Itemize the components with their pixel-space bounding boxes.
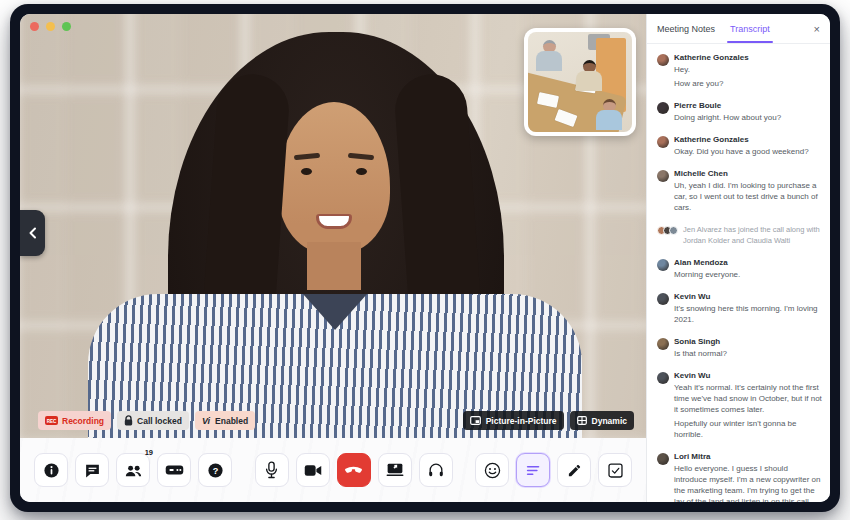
avatar (657, 453, 669, 465)
close-icon: × (814, 23, 820, 35)
transcript-button[interactable] (516, 453, 550, 487)
grid-icon (577, 416, 587, 425)
message-body: Kevin WuIt's snowing here this morning. … (674, 292, 822, 328)
edit-button[interactable] (557, 453, 591, 487)
camera-icon (304, 464, 322, 477)
speaker-name: Pierre Boule (674, 101, 822, 110)
message-text: Okay. Did you have a good weekend? (674, 146, 822, 157)
pip-thumbnail[interactable] (524, 28, 636, 136)
picture-in-picture-button[interactable]: Picture-in-Picture (463, 411, 564, 430)
minimize-window-button[interactable] (46, 22, 55, 31)
avatar (657, 54, 669, 66)
message-body: Alan MendozaMorning everyone. (674, 258, 822, 283)
collapse-panel-tab[interactable] (20, 210, 45, 256)
screen-share-button[interactable] (378, 453, 412, 487)
avatar (657, 338, 669, 350)
svg-text:?: ? (212, 465, 218, 475)
message-text: Jen Alvarez has joined the call along wi… (683, 225, 822, 246)
transcript-message: Kevin WuYeah it's normal. It's certainly… (657, 371, 822, 443)
toolbar-left-group: 19 ? (34, 453, 232, 487)
vi-enabled-badge: Vi Enabled (195, 411, 255, 430)
tasks-button[interactable] (598, 453, 632, 487)
info-button[interactable] (34, 453, 68, 487)
view-button-label: Dynamic (592, 416, 627, 426)
message-text: Uh, yeah I did. I'm looking to purchase … (674, 180, 822, 213)
call-locked-badge: Call locked (117, 411, 189, 430)
camera-button[interactable] (296, 453, 330, 487)
view-button-label: Picture-in-Picture (486, 416, 557, 426)
chat-button[interactable] (75, 453, 109, 487)
info-icon (43, 462, 60, 479)
participants-icon (124, 463, 143, 478)
transcript-system-message: Jen Alvarez has joined the call along wi… (657, 225, 822, 249)
transcript-message: Pierre BouleDoing alright. How about you… (657, 101, 822, 126)
chat-icon (84, 462, 101, 479)
avatar (657, 136, 669, 148)
participants-count: 19 (145, 448, 153, 457)
chevron-left-icon (28, 227, 38, 239)
speaker-name: Katherine Gonzales (674, 53, 822, 62)
message-text: How are you? (674, 78, 822, 89)
main-video: REC Recording Call locked Vi Enabled (20, 14, 646, 438)
transcript-message: Kevin WuIt's snowing here this morning. … (657, 292, 822, 328)
transcript-icon (526, 465, 541, 476)
mic-icon (264, 461, 279, 479)
recording-badge: REC Recording (38, 411, 111, 430)
message-body: Lori MitraHello everyone. I guess I shou… (674, 452, 822, 502)
vi-logo: Vi (202, 416, 210, 426)
emoji-icon (484, 462, 501, 479)
remote-icon (165, 464, 184, 476)
status-badges: REC Recording Call locked Vi Enabled (38, 411, 255, 430)
microphone-button[interactable] (255, 453, 289, 487)
transcript-message: Sonia SinghIs that normal? (657, 337, 822, 362)
message-body: Michelle ChenUh, yeah I did. I'm looking… (674, 169, 822, 216)
transcript-messages[interactable]: Katherine GonzalesHey.How are you?Pierre… (647, 44, 830, 502)
transcript-message: Michelle ChenUh, yeah I did. I'm looking… (657, 169, 822, 216)
side-panel: Meeting Notes Transcript × Katherine Gon… (646, 14, 830, 502)
speaker-name: Sonia Singh (674, 337, 822, 346)
dynamic-layout-button[interactable]: Dynamic (570, 411, 634, 430)
remote-control-button[interactable] (157, 453, 191, 487)
avatar (669, 226, 678, 235)
close-window-button[interactable] (30, 22, 39, 31)
help-button[interactable]: ? (198, 453, 232, 487)
avatar (657, 372, 669, 384)
speaker-name: Kevin Wu (674, 371, 822, 380)
badge-label: Call locked (137, 416, 182, 426)
message-text: Is that normal? (674, 348, 822, 359)
message-body: Jen Alvarez has joined the call along wi… (683, 225, 822, 249)
pip-participant (576, 60, 602, 91)
tab-transcript[interactable]: Transcript (730, 14, 770, 43)
view-controls: Picture-in-Picture Dynamic (463, 411, 634, 430)
call-column: REC Recording Call locked Vi Enabled (20, 14, 646, 502)
tab-meeting-notes[interactable]: Meeting Notes (657, 14, 715, 43)
hangup-button[interactable] (337, 453, 371, 487)
avatar (657, 259, 669, 271)
message-body: Sonia SinghIs that normal? (674, 337, 822, 362)
avatar (657, 102, 669, 114)
participants-button[interactable]: 19 (116, 453, 150, 487)
message-body: Kevin WuYeah it's normal. It's certainly… (674, 371, 822, 443)
message-body: Katherine GonzalesOkay. Did you have a g… (674, 135, 822, 160)
rec-icon: REC (45, 416, 58, 425)
speaker-name: Michelle Chen (674, 169, 822, 178)
close-panel-button[interactable]: × (814, 14, 820, 43)
system-avatars (657, 226, 678, 249)
audio-settings-button[interactable] (419, 453, 453, 487)
window-controls (30, 22, 71, 31)
speaker-name: Alan Mendoza (674, 258, 822, 267)
maximize-window-button[interactable] (62, 22, 71, 31)
badge-label: Recording (62, 416, 104, 426)
message-body: Pierre BouleDoing alright. How about you… (674, 101, 822, 126)
transcript-message: Alan MendozaMorning everyone. (657, 258, 822, 283)
tasks-icon (608, 463, 623, 478)
emoji-button[interactable] (475, 453, 509, 487)
pip-participant (536, 40, 562, 71)
message-body: Katherine GonzalesHey.How are you? (674, 53, 822, 92)
screen-share-icon (386, 463, 404, 477)
message-text: Doing alright. How about you? (674, 112, 822, 123)
headphones-icon (428, 462, 444, 478)
speaker-name: Katherine Gonzales (674, 135, 822, 144)
svg-text:REC: REC (47, 419, 57, 424)
toolbar-right-group (475, 453, 632, 487)
